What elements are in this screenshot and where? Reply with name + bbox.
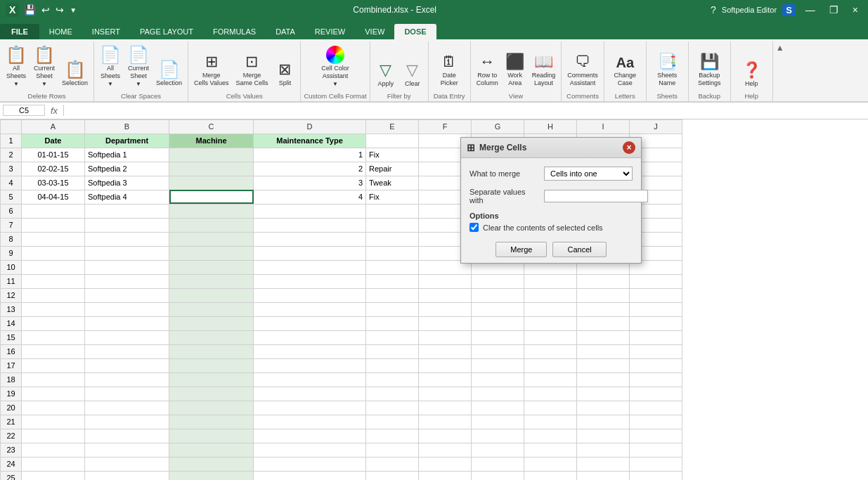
formula-input[interactable]: [67, 105, 865, 115]
softpedia-brand-icon: S: [782, 4, 796, 16]
cell-a3[interactable]: 02-02-15: [22, 162, 85, 176]
help-icon[interactable]: ?: [711, 4, 716, 15]
all-sheets-2-dropdown[interactable]: ▼: [108, 81, 113, 87]
clear-spaces-label: Clear Spaces: [97, 91, 185, 101]
cell-d5[interactable]: 4: [254, 190, 366, 204]
row-to-column-btn[interactable]: ↔ Row toColumn: [474, 51, 501, 89]
col-header-j[interactable]: J: [630, 119, 682, 134]
current-sheet-btn[interactable]: 📋 CurrentSheet ▼: [31, 44, 58, 89]
table-row: 14: [1, 316, 682, 330]
cell-a4[interactable]: 03-03-15: [22, 176, 85, 190]
cell-a5[interactable]: 04-04-15: [22, 190, 85, 204]
change-case-btn[interactable]: Aa ChangeCase: [611, 53, 639, 89]
cell-e1[interactable]: [366, 134, 419, 148]
cell-a2[interactable]: 01-01-15: [22, 148, 85, 162]
tab-review[interactable]: REVIEW: [305, 24, 355, 39]
cell-b5[interactable]: Softpedia 4: [85, 190, 169, 204]
view-label: View: [474, 91, 559, 101]
all-sheets-label: AllSheets: [6, 65, 26, 80]
undo-btn[interactable]: ↩: [39, 3, 52, 17]
tab-view[interactable]: VIEW: [355, 24, 394, 39]
save-quick-btn[interactable]: 💾: [22, 3, 38, 17]
selection-2-label: Selection: [156, 79, 182, 87]
cell-b2[interactable]: Softpedia 1: [85, 148, 169, 162]
cell-color-assistant-dropdown[interactable]: ▼: [332, 81, 338, 87]
cell-b3[interactable]: Softpedia 2: [85, 162, 169, 176]
all-sheets-dropdown[interactable]: ▼: [13, 81, 19, 87]
ribbon-collapse-btn[interactable]: ▲: [773, 41, 787, 101]
tab-dose[interactable]: DOSE: [394, 24, 436, 39]
date-picker-btn[interactable]: 🗓 DatePicker: [436, 51, 462, 89]
col-header-g[interactable]: G: [472, 119, 524, 134]
work-area-label: WorkArea: [507, 72, 522, 87]
cell-d4[interactable]: 3: [254, 176, 366, 190]
current-sheet-dropdown[interactable]: ▼: [41, 81, 47, 87]
sheets-name-btn[interactable]: 📑 SheetsName: [654, 51, 680, 89]
separate-values-input[interactable]: [544, 190, 648, 202]
dialog-close-btn[interactable]: ×: [623, 141, 635, 154]
all-sheets-btn[interactable]: 📋 AllSheets ▼: [3, 44, 30, 89]
all-sheets-2-btn[interactable]: 📄 AllSheets ▼: [97, 44, 124, 89]
comments-assistant-btn[interactable]: 🗨 CommentsAssistant: [564, 51, 601, 89]
what-to-merge-select[interactable]: Cells into one Row by row Column by colu…: [544, 167, 633, 181]
table-row: 17: [1, 358, 682, 372]
cell-d1[interactable]: Maintenance Type: [254, 134, 366, 148]
help-btn[interactable]: ❓ Help: [739, 59, 764, 89]
minimize-btn[interactable]: —: [801, 3, 820, 17]
cell-d2b[interactable]: Fix: [366, 148, 419, 162]
cell-c4[interactable]: [169, 176, 254, 190]
cell-c1[interactable]: Machine: [169, 134, 254, 148]
merge-dialog-merge-btn[interactable]: Merge: [495, 242, 547, 257]
col-header-b[interactable]: B: [85, 119, 169, 134]
split-btn[interactable]: ⊠ Split: [272, 58, 297, 89]
redo-btn[interactable]: ↪: [53, 3, 66, 17]
selection-2-btn[interactable]: 📄 Selection: [153, 58, 185, 89]
col-header-i[interactable]: I: [577, 119, 630, 134]
col-header-e[interactable]: E: [366, 119, 419, 134]
work-area-btn[interactable]: ⬛ WorkArea: [503, 51, 528, 89]
dialog-buttons: Merge Cancel: [469, 242, 633, 257]
cell-reference-input[interactable]: C5: [3, 105, 45, 116]
restore-btn[interactable]: ❐: [825, 3, 843, 17]
merge-cells-values-btn[interactable]: ⊞ MergeCells Values: [191, 51, 231, 89]
col-header-a[interactable]: A: [22, 119, 85, 134]
current-sheet-2-btn[interactable]: 📄 CurrentSheet ▼: [125, 44, 152, 89]
cell-c5[interactable]: [169, 190, 254, 204]
close-btn[interactable]: ×: [848, 3, 862, 17]
tab-formulas[interactable]: FORMULAS: [203, 24, 266, 39]
cell-b1[interactable]: Department: [85, 134, 169, 148]
reading-layout-btn[interactable]: 📖 ReadingLayout: [529, 51, 559, 89]
table-row: 21: [1, 415, 682, 429]
col-header-c[interactable]: C: [169, 119, 254, 134]
cell-d3[interactable]: 2: [254, 162, 366, 176]
scroll-wrapper[interactable]: A B C D E F G H I J 1 Date Department: [0, 119, 868, 480]
merge-same-cells-btn[interactable]: ⊡ MergeSame Cells: [233, 51, 271, 89]
tab-page-layout[interactable]: PAGE LAYOUT: [130, 24, 203, 39]
cell-a1[interactable]: Date: [22, 134, 85, 148]
backup-settings-btn[interactable]: 💾 BackupSettings: [695, 51, 724, 89]
cell-d5b[interactable]: Fix: [366, 190, 419, 204]
selection-btn[interactable]: 📋 Selection: [59, 58, 91, 89]
cell-b4[interactable]: Softpedia 3: [85, 176, 169, 190]
quick-access-toolbar: 💾 ↩ ↪ ▼: [22, 3, 79, 17]
cell-c2[interactable]: [169, 148, 254, 162]
col-header-d[interactable]: D: [254, 119, 366, 134]
tab-insert[interactable]: INSERT: [82, 24, 130, 39]
clear-contents-checkbox[interactable]: [469, 223, 479, 232]
clear-filter-btn[interactable]: ▽ Clear: [400, 59, 425, 89]
cell-color-assistant-btn[interactable]: Cell ColorAssistant ▼: [318, 44, 352, 89]
cell-d2[interactable]: 1: [254, 148, 366, 162]
tab-file[interactable]: FILE: [0, 24, 39, 39]
merge-dialog-cancel-btn[interactable]: Cancel: [552, 242, 606, 257]
merge-same-cells-label: MergeSame Cells: [235, 72, 268, 87]
quick-access-dropdown[interactable]: ▼: [67, 5, 79, 15]
apply-btn[interactable]: ▽ Apply: [373, 59, 399, 89]
col-header-f[interactable]: F: [419, 119, 472, 134]
col-header-h[interactable]: H: [524, 119, 577, 134]
cell-d3b[interactable]: Repair: [366, 162, 419, 176]
tab-data[interactable]: DATA: [266, 24, 305, 39]
cell-d4b[interactable]: Tweak: [366, 176, 419, 190]
current-sheet-2-dropdown[interactable]: ▼: [136, 81, 141, 87]
tab-home[interactable]: HOME: [39, 24, 82, 39]
cell-c3[interactable]: [169, 162, 254, 176]
